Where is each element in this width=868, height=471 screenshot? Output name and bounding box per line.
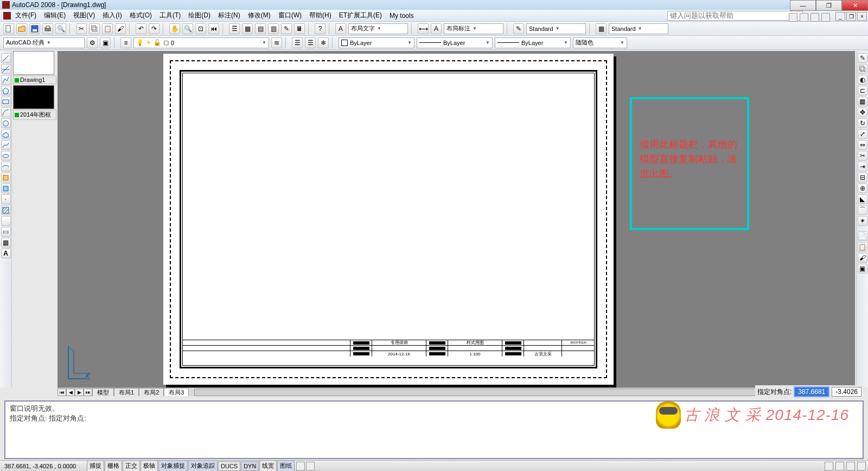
plotstyle-dropdown[interactable]: 随随色▼ [573,37,627,48]
drawing-label-2[interactable]: 2014年图框 [13,110,56,120]
calc-icon[interactable]: 🖩 [294,23,305,34]
tray-icon[interactable] [846,462,855,470]
doc-close-button[interactable]: × [857,12,867,21]
array-icon[interactable]: ▦ [858,97,867,106]
layer-iso-icon[interactable]: ☰ [305,37,316,48]
dyn-x-input[interactable]: 387.6681 [794,386,829,397]
line-icon[interactable] [1,53,11,63]
pan-icon[interactable]: ✋ [169,23,180,34]
tab-prev-icon[interactable]: ◀ [66,389,75,396]
new-icon[interactable] [3,23,14,34]
text-style-name-dropdown[interactable]: 布局文字▼ [348,23,408,34]
layer-prev-icon[interactable]: ≋ [271,37,282,48]
offset-icon[interactable]: ⊏ [858,86,867,96]
status-max-icon[interactable] [306,462,315,470]
help-icon[interactable] [821,13,830,22]
point-icon[interactable]: · [1,194,11,204]
designcenter-icon[interactable]: ▦ [242,23,253,34]
workspace-settings-icon[interactable]: ⚙ [87,37,98,48]
open-icon[interactable] [16,23,27,34]
menu-file[interactable]: 文件(F) [12,10,40,21]
layer-dropdown[interactable]: 💡☀🔓▢ 0▼ [133,37,269,48]
menu-window[interactable]: 窗口(W) [275,10,305,21]
copy-icon[interactable]: ⿻ [89,23,100,34]
textstyle2-icon[interactable]: ✎ [513,23,524,34]
toggle-polar[interactable]: 极轴 [141,460,158,471]
workspace-dropdown[interactable]: AutoCAD 经典▼ [3,37,85,48]
block-make-icon[interactable] [1,183,11,193]
tab-layout1[interactable]: 布局1 [114,388,139,396]
menu-tools[interactable]: 工具(T) [156,10,184,21]
circle-icon[interactable] [1,118,11,128]
star-icon[interactable] [810,13,819,22]
table-style-dropdown[interactable]: Standard▼ [609,23,668,34]
toggle-grid[interactable]: 栅格 [105,460,122,471]
matchprop-icon[interactable]: 🖌 [858,253,867,263]
menu-et[interactable]: ET扩展工具(E) [336,10,385,21]
scale-icon[interactable]: ⤢ [858,129,867,139]
dimstyle-icon[interactable]: A [431,23,442,34]
dim-style-name-dropdown[interactable]: 布局标注▼ [444,23,503,34]
tab-last-icon[interactable]: ⏭ [84,389,92,396]
doc-minimize-button[interactable]: _ [835,12,845,21]
rectangle-icon[interactable] [1,97,11,106]
doc-restore-button[interactable]: ❐ [846,12,856,21]
mirror-icon[interactable]: ◐ [858,75,867,85]
toggle-snap[interactable]: 捕捉 [87,460,104,471]
cut-icon[interactable]: ✂ [76,23,87,34]
menu-draw[interactable]: 绘图(D) [185,10,214,21]
match-icon[interactable]: 🖌 [115,23,126,34]
markup-icon[interactable]: ✎ [281,23,292,34]
copyclip-icon[interactable]: 📄 [858,231,867,241]
print-icon[interactable] [42,23,53,34]
layer-states-icon[interactable]: ☰ [292,37,303,48]
color-dropdown[interactable]: ByLayer▼ [339,37,414,48]
cleanscreen-icon[interactable] [857,462,866,470]
trim-icon[interactable]: ✂ [858,151,867,161]
help-search-input[interactable] [667,11,803,21]
polygon-icon[interactable] [1,86,11,96]
tab-first-icon[interactable]: ⏮ [58,389,66,396]
gradient-icon[interactable] [1,216,11,226]
close-button[interactable]: ✕ [842,0,868,11]
hatch-icon[interactable] [1,205,11,215]
lineweight-dropdown[interactable]: ByLayer▼ [495,37,571,48]
spline-icon[interactable] [1,140,11,150]
annovis-icon[interactable] [835,462,844,470]
tab-layout2[interactable]: 布局2 [139,388,164,396]
sheetset-icon[interactable]: ▥ [268,23,279,34]
erase-icon[interactable]: ✎ [858,53,867,63]
drawing-thumb-2[interactable] [13,85,54,109]
revcloud-icon[interactable] [1,129,11,139]
tab-next-icon[interactable]: ▶ [75,389,84,396]
break-icon[interactable]: ⊟ [858,173,867,182]
infocenter-icon[interactable] [800,13,808,22]
explode-icon[interactable]: ✶ [858,216,867,226]
zoom-window-icon[interactable]: ⊡ [195,23,206,34]
paste-icon[interactable]: 📋 [102,23,113,34]
toggle-paper[interactable]: 图纸 [277,460,295,471]
paper-space[interactable]: 专用律师 样式用图 保留所有权利 2014-12-16 [58,51,855,390]
menu-format[interactable]: 格式(O) [126,10,155,21]
undo-icon[interactable]: ↶ [136,23,146,34]
drawing-label-1[interactable]: Drawing1 [13,75,56,84]
properties-icon[interactable]: ☰ [229,23,240,34]
menu-view[interactable]: 视图(V) [70,10,98,21]
tablestyle-icon[interactable]: ▦ [596,23,607,34]
copy2-icon[interactable]: ⿻ [858,64,867,74]
dim-icon[interactable]: ⟷ [418,23,429,34]
minimize-button[interactable]: — [790,0,816,11]
toggle-osnap[interactable]: 对象捕捉 [158,460,188,471]
toggle-ducs[interactable]: DUCS [218,461,240,471]
menu-edit[interactable]: 编辑(E) [41,10,69,21]
pasteclip-icon[interactable]: 📋 [858,242,867,252]
status-lock-icon[interactable] [296,462,305,470]
region-icon[interactable]: ▭ [1,227,11,237]
fillet-icon[interactable]: ⌒ [858,205,867,215]
plot-preview-icon[interactable]: 🔍 [55,23,66,34]
toggle-ortho[interactable]: 正交 [123,460,140,471]
table-icon[interactable]: ▦ [1,238,11,247]
toolpalettes-icon[interactable]: ▤ [255,23,266,34]
save-icon[interactable] [29,23,40,34]
textstyle-icon[interactable]: A [335,23,346,34]
